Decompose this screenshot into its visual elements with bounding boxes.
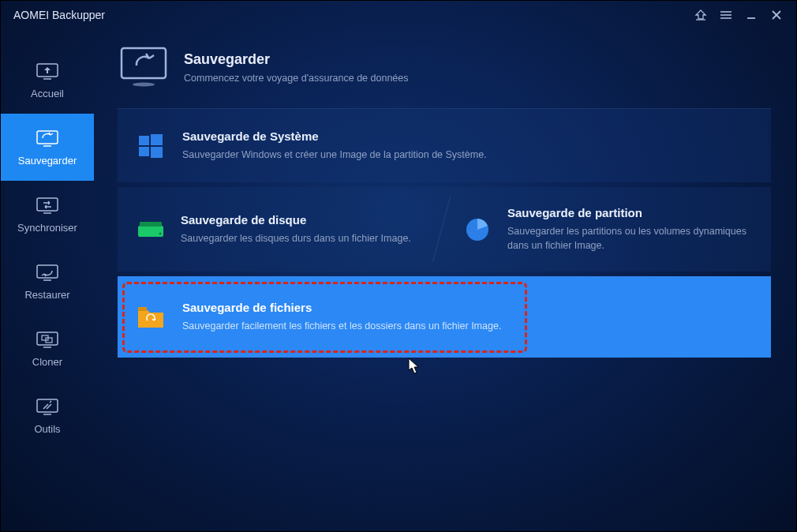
minimize-button[interactable]	[739, 3, 763, 27]
card-title: Sauvegarde de partition	[507, 206, 755, 219]
restore-icon	[35, 262, 60, 283]
card-title: Sauvegarde de disque	[181, 213, 411, 227]
app-title: AOMEI Backupper	[13, 9, 687, 21]
sidebar-item-label: Sauvegarder	[18, 155, 77, 167]
tools-icon	[35, 396, 60, 417]
card-desc: Sauvegarder facilement les fichiers et l…	[182, 319, 752, 333]
sidebar-item-label: Synchroniser	[17, 222, 77, 234]
card-disk-backup[interactable]: Sauvegarde de disque Sauvegarder les dis…	[118, 187, 444, 272]
svg-rect-31	[138, 307, 147, 311]
sidebar-item-label: Cloner	[32, 356, 62, 368]
svg-rect-9	[37, 131, 58, 144]
close-button[interactable]	[765, 3, 788, 27]
sidebar-item-tools[interactable]: Outils	[1, 382, 94, 449]
app-window: AOMEI Backupper Accueil S	[0, 0, 797, 532]
svg-rect-21	[122, 48, 166, 78]
titlebar: AOMEI Backupper	[1, 1, 796, 29]
sidebar-item-restore[interactable]: Restaurer	[1, 248, 94, 315]
svg-rect-25	[139, 147, 149, 156]
card-desc: Sauvegarder les disques durs dans un fic…	[181, 231, 411, 245]
backup-icon	[35, 128, 60, 148]
svg-rect-11	[37, 198, 58, 211]
svg-rect-24	[151, 134, 163, 145]
menu-icon[interactable]	[714, 3, 738, 27]
card-file-backup[interactable]: Sauvegarde de fichiers Sauvegarder facil…	[118, 276, 771, 357]
sidebar-item-home[interactable]: Accueil	[1, 47, 94, 114]
share-screen-icon	[119, 45, 168, 89]
sync-icon	[35, 195, 60, 215]
svg-rect-28	[140, 222, 162, 227]
windows-icon	[137, 132, 165, 160]
card-row: Sauvegarde de disque Sauvegarder les dis…	[118, 187, 771, 272]
pie-chart-icon	[463, 215, 492, 244]
sidebar: Accueil Sauvegarder Synchroniser Restaur…	[1, 29, 94, 531]
folder-sync-icon	[137, 303, 165, 332]
card-title: Sauvegarde de Système	[182, 129, 752, 143]
page-title: Sauvegarder	[184, 51, 409, 68]
svg-point-22	[133, 83, 155, 87]
app-body: Accueil Sauvegarder Synchroniser Restaur…	[1, 29, 796, 531]
page-subtitle: Commencez votre voyage d'assurance de do…	[184, 73, 409, 84]
home-icon	[35, 61, 60, 81]
sidebar-item-sync[interactable]: Synchroniser	[1, 181, 94, 248]
sidebar-item-label: Restaurer	[24, 289, 69, 301]
main-panel: Sauvegarder Commencez votre voyage d'ass…	[94, 29, 796, 531]
disk-icon	[137, 215, 165, 244]
clone-icon	[35, 329, 60, 350]
card-system-backup[interactable]: Sauvegarde de Système Sauvegarder Window…	[118, 108, 771, 182]
main-header: Sauvegarder Commencez votre voyage d'ass…	[118, 45, 771, 108]
svg-rect-15	[37, 332, 58, 345]
card-partition-backup[interactable]: Sauvegarde de partition Sauvegarder les …	[444, 187, 771, 272]
upgrade-icon[interactable]	[689, 3, 713, 27]
sidebar-item-label: Accueil	[31, 88, 64, 99]
svg-rect-13	[37, 265, 58, 278]
sidebar-item-clone[interactable]: Cloner	[1, 315, 94, 382]
card-title: Sauvegarde de fichiers	[182, 301, 752, 314]
card-desc: Sauvegarder Windows et créer une Image d…	[182, 148, 752, 162]
svg-point-29	[159, 233, 161, 234]
svg-rect-26	[151, 147, 163, 158]
card-desc: Sauvegarder les partitions ou les volume…	[507, 224, 755, 253]
sidebar-item-label: Outils	[34, 423, 60, 435]
svg-rect-23	[139, 136, 149, 145]
svg-rect-27	[138, 226, 163, 237]
sidebar-item-backup[interactable]: Sauvegarder	[1, 114, 94, 181]
